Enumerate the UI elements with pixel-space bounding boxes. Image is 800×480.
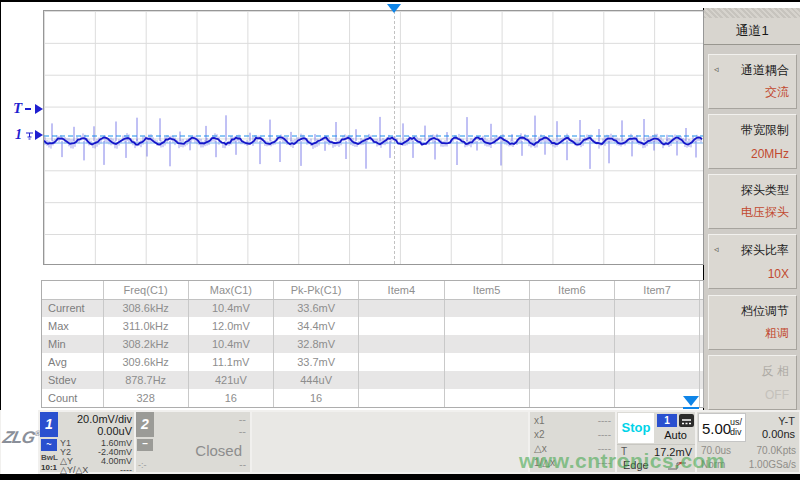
bandwidth-limit-flag: BwL: [41, 453, 58, 462]
logo-area: ZLG®: [1, 410, 38, 474]
watermark: www.cntronics.com: [519, 449, 725, 473]
menu-item-coupling[interactable]: ◃ 通道耦合 交流: [708, 54, 797, 109]
trigger-level-marker[interactable]: T: [13, 100, 43, 117]
channel2-scale: --: [239, 413, 246, 425]
channel1-status-block[interactable]: 1 20.0mV/div 0.00uV ~ BwL 10:1 Y1 1.60mV…: [40, 412, 134, 472]
trigger-delay-indicator[interactable]: [683, 396, 699, 409]
channel1-badge: 1: [40, 412, 58, 437]
statusbar-blank-area: [252, 412, 528, 472]
col-header-item6: Item6: [529, 281, 614, 299]
display-mode: Y-T: [778, 415, 795, 427]
channel-menu-sidebar: 通道1 ◃ 通道耦合 交流 带宽限制 20MHz 探头类型 电压探头 ◃ 探头比…: [704, 8, 800, 410]
down-arrow-icon: [683, 396, 699, 406]
cursor-dydx-value: ----: [120, 466, 132, 475]
channel2-extra: --: [239, 459, 246, 470]
menu-item-invert[interactable]: 反 相 OFF: [708, 355, 797, 410]
cursor-x2-value: ----: [598, 428, 611, 442]
channel2-coupling-icon: –: [137, 439, 153, 451]
table-row-count: Count 328 16 16: [42, 389, 704, 407]
acquisition-state: Stop: [618, 413, 654, 443]
ac-coupling-icon: ~: [41, 439, 57, 451]
channel1-scale: 20.0mV/div: [60, 413, 132, 425]
table-row-stdev: Stdev 878.7Hz 421uV 444uV: [42, 371, 704, 389]
cursor-x2-label: x2: [534, 429, 545, 440]
col-header-blank: [42, 281, 103, 299]
cursor-x1-value: ----: [598, 414, 611, 428]
menu-item-vernier[interactable]: 档位调节 粗调: [708, 295, 797, 350]
col-header-item5: Item5: [444, 281, 529, 299]
table-header-row: Freq(C1) Max(C1) Pk-Pk(C1) Item4 Item5 I…: [42, 281, 704, 299]
table-row-min: Min 308.2kHz 10.4mV 32.8mV: [42, 335, 704, 353]
col-header-pkpk: Pk-Pk(C1): [274, 281, 359, 299]
table-row-max: Max 311.0kHz 12.0mV 34.4mV: [42, 317, 704, 335]
col-header-item7: Item7: [615, 281, 700, 299]
memory-depth: 70.0Kpts: [757, 444, 796, 458]
channel1-position-marker[interactable]: 1: [15, 127, 43, 143]
cursor-x1-label: x1: [534, 415, 545, 426]
table-row-current: Current 308.6kHz 10.4mV 33.6mV: [42, 299, 704, 317]
ground-icon: [25, 130, 34, 140]
sidebar-hatch-strip: [704, 8, 800, 18]
trigger-marker-arrow-icon: [35, 104, 43, 114]
trigger-delay-value: 0.00ns: [762, 428, 795, 440]
channel1-waveform: [44, 11, 703, 264]
trigger-position-marker[interactable]: [387, 4, 401, 13]
zlg-logo: ZLG®: [1, 428, 42, 448]
waveform-graticule: [43, 10, 704, 265]
channel2-ratio: -:-: [138, 460, 147, 470]
menu-item-probe-type[interactable]: 探头类型 电压探头: [708, 174, 797, 229]
delay-indicator-bar: [683, 407, 699, 409]
menu-title: 通道1: [704, 18, 800, 45]
oscilloscope-screen: T 1 Freq(C1) Max(C1) Pk-Pk(C1) Item4 Ite…: [0, 0, 800, 480]
trigger-source-badge: 1: [657, 414, 677, 427]
trigger-marker-bar: [25, 108, 31, 110]
dc-coupling-icon: [679, 414, 694, 427]
menu-item-probe-ratio[interactable]: ◃ 探头比率 10X: [708, 234, 797, 289]
measurement-table: Freq(C1) Max(C1) Pk-Pk(C1) Item4 Item5 I…: [41, 280, 704, 408]
display-area: T 1 Freq(C1) Max(C1) Pk-Pk(C1) Item4 Ite…: [1, 2, 703, 410]
menu-item-bandwidth[interactable]: 带宽限制 20MHz: [708, 114, 797, 169]
channel2-status-block[interactable]: 2 -- -- – Closed -:- --: [136, 412, 250, 472]
channel1-offset: 0.00uV: [60, 425, 132, 437]
col-header-item4: Item4: [359, 281, 444, 299]
sample-rate: 1.00GSa/s: [749, 458, 796, 472]
trigger-mode: Auto: [657, 429, 694, 441]
col-header-max: Max(C1): [188, 281, 273, 299]
channel2-status: Closed: [156, 442, 242, 459]
channel1-marker-arrow-icon: [35, 130, 43, 140]
channel1-marker-label: 1: [15, 127, 22, 143]
probe-ratio-flag: 10:1: [41, 463, 57, 472]
timebase-unit: us/ div: [730, 417, 742, 437]
channel2-offset: --: [239, 425, 246, 437]
channel2-badge: 2: [136, 412, 154, 437]
timebase-scale: 5.00: [702, 420, 731, 437]
table-row-avg: Avg 309.6kHz 11.1mV 33.7mV: [42, 353, 704, 371]
timebase-scale-box: 5.00 us/ div: [698, 413, 746, 442]
cursor-dydx-label: △Y/△X: [60, 465, 88, 475]
trigger-level-label: T: [13, 100, 22, 117]
col-header-freq: Freq(C1): [103, 281, 188, 299]
